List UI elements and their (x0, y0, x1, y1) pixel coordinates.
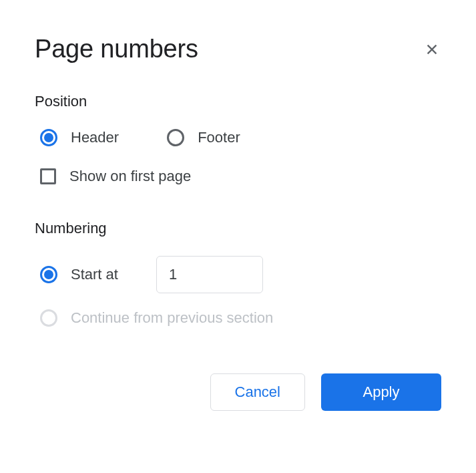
radio-header (40, 129, 57, 146)
continue-option: Continue from previous section (35, 309, 441, 327)
continue-label: Continue from previous section (71, 309, 273, 327)
page-numbers-dialog: Page numbers Position Header Footer Show… (0, 0, 476, 438)
dialog-header: Page numbers (35, 35, 441, 63)
checkbox-show-first-page (40, 168, 56, 184)
start-at-input[interactable] (156, 256, 263, 293)
start-at-option: Start at (35, 256, 441, 293)
close-icon (425, 42, 439, 57)
dialog-actions: Cancel Apply (35, 373, 441, 411)
close-button[interactable] (423, 40, 441, 59)
show-first-page-label: Show on first page (69, 168, 191, 185)
cancel-button[interactable]: Cancel (210, 373, 305, 411)
dialog-title: Page numbers (35, 35, 198, 63)
radio-continue (40, 309, 57, 327)
position-section-title: Position (35, 93, 441, 110)
apply-button[interactable]: Apply (321, 373, 441, 411)
numbering-section-title: Numbering (35, 220, 441, 237)
radio-start-at[interactable] (40, 266, 57, 283)
position-footer-option[interactable]: Footer (167, 129, 240, 146)
position-header-label: Header (71, 129, 119, 146)
position-header-option[interactable]: Header (40, 129, 119, 146)
show-first-page-option[interactable]: Show on first page (35, 168, 441, 185)
start-at-label: Start at (71, 266, 143, 283)
position-footer-label: Footer (198, 129, 240, 146)
radio-footer (167, 129, 184, 146)
position-options: Header Footer (35, 129, 441, 146)
